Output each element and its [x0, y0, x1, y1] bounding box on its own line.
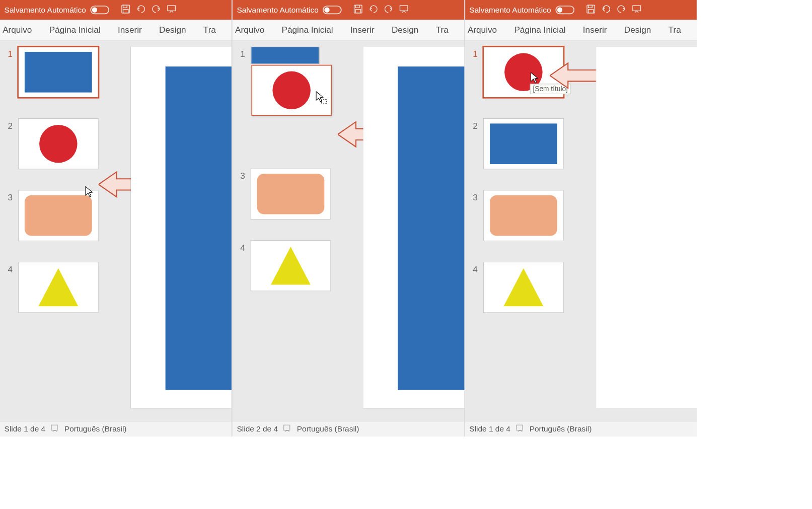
svg-rect-8	[356, 9, 361, 13]
current-slide-canvas[interactable]	[363, 47, 464, 408]
ribbon-tab[interactable]: Página Inicial	[48, 24, 102, 36]
svg-rect-7	[356, 5, 360, 8]
ribbon-tab[interactable]: Inserir	[117, 24, 142, 36]
slide-thumbnail-panel: 1 2 3 4	[0, 41, 111, 421]
slide-editor[interactable]	[111, 41, 232, 421]
current-slide-canvas[interactable]	[131, 47, 232, 408]
slide-number: 3	[240, 169, 245, 181]
title-bar: Salvamento Automático	[0, 0, 232, 20]
present-icon[interactable]	[166, 4, 177, 16]
redo-icon[interactable]	[617, 4, 627, 16]
svg-rect-2	[123, 9, 128, 13]
slide-number: 1	[8, 47, 13, 59]
svg-rect-5	[51, 425, 57, 430]
app-pane-3: Salvamento Automático ArquivoPágina Inic…	[465, 0, 697, 437]
undo-icon[interactable]	[135, 4, 147, 16]
slide-thumbnail[interactable]	[251, 47, 320, 64]
spellcheck-icon[interactable]	[283, 424, 291, 434]
status-bar: Slide 1 de 4 Português (Brasil)	[0, 421, 232, 437]
language-label[interactable]: Português (Brasil)	[530, 424, 592, 433]
svg-rect-1	[123, 5, 127, 8]
autosave-toggle[interactable]	[90, 6, 109, 14]
ribbon-tabs: ArquivoPágina InicialInserirDesignTra	[233, 20, 464, 40]
work-area: 1 2 3 4 [Sem título]	[465, 41, 697, 421]
language-label[interactable]: Português (Brasil)	[64, 424, 127, 433]
slide-thumbnail[interactable]	[18, 118, 99, 169]
ribbon-tabs: ArquivoPágina InicialInserirDesignTra	[465, 20, 697, 40]
work-area: 1 2 3 4	[0, 41, 232, 421]
ribbon-tabs: ArquivoPágina InicialInserirDesignTra	[0, 20, 232, 40]
blue-rectangle-shape[interactable]	[166, 66, 232, 390]
save-icon[interactable]	[353, 4, 363, 16]
svg-rect-3	[168, 6, 175, 11]
present-icon[interactable]	[631, 4, 642, 16]
slide-number: 4	[473, 262, 478, 274]
language-label[interactable]: Português (Brasil)	[297, 424, 359, 433]
ribbon-tab[interactable]: Página Inicial	[513, 24, 567, 36]
slide-thumbnail-panel: 1 2 3 4 [Sem título]	[465, 41, 576, 421]
ribbon-tab[interactable]: Design	[623, 24, 652, 36]
ribbon-tab[interactable]: Design	[158, 24, 187, 36]
slide-thumbnail[interactable]	[483, 47, 564, 98]
slide-thumbnail[interactable]	[483, 190, 564, 241]
slide-thumbnail[interactable]	[251, 169, 331, 220]
ribbon-tab[interactable]: Tra	[668, 24, 682, 36]
blue-rectangle-shape[interactable]	[398, 66, 464, 390]
slide-counter: Slide 1 de 4	[5, 424, 46, 433]
title-bar: Salvamento Automático	[233, 0, 464, 20]
slide-editor[interactable]	[576, 41, 697, 421]
save-icon[interactable]	[120, 4, 131, 16]
app-pane-2: Salvamento Automático ArquivoPágina Inic…	[233, 0, 465, 437]
redo-icon[interactable]	[384, 4, 395, 16]
undo-icon[interactable]	[368, 4, 380, 16]
slide-number: 4	[240, 240, 245, 253]
slide-counter: Slide 1 de 4	[469, 424, 510, 433]
ribbon-tab[interactable]: Arquivo	[234, 24, 265, 36]
slide-thumbnail[interactable]	[18, 47, 99, 98]
save-icon[interactable]	[585, 4, 596, 16]
slide-number: 3	[473, 190, 478, 203]
svg-rect-18	[516, 425, 523, 430]
redo-icon[interactable]	[152, 4, 162, 16]
title-bar: Salvamento Automático	[465, 0, 697, 20]
status-bar: Slide 2 de 4 Português (Brasil)	[233, 421, 464, 437]
ribbon-tab[interactable]: Design	[391, 24, 419, 36]
current-slide-canvas[interactable]	[596, 47, 697, 408]
slide-thumbnail[interactable]	[18, 190, 99, 241]
ribbon-tab[interactable]: Inserir	[582, 24, 608, 36]
slide-number: 1	[473, 47, 478, 59]
status-bar: Slide 1 de 4 Português (Brasil)	[465, 421, 697, 437]
svg-rect-16	[633, 6, 640, 11]
dragging-slide-ghost[interactable]	[252, 65, 332, 116]
ribbon-tab[interactable]: Página Inicial	[281, 24, 334, 36]
svg-rect-12	[284, 425, 290, 430]
slide-number: 2	[473, 118, 478, 131]
slide-number: 3	[8, 190, 13, 203]
svg-rect-14	[588, 5, 592, 8]
svg-rect-15	[588, 9, 593, 13]
slide-number: 1	[240, 47, 245, 59]
work-area: 1 3 4	[233, 41, 464, 421]
ribbon-tab[interactable]: Tra	[435, 24, 450, 36]
autosave-label: Salvamento Automático	[237, 6, 318, 15]
ribbon-tab[interactable]: Arquivo	[2, 24, 33, 36]
slide-editor[interactable]	[344, 41, 464, 421]
spellcheck-icon[interactable]	[515, 424, 524, 434]
slide-number: 4	[8, 262, 13, 274]
autosave-label: Salvamento Automático	[469, 6, 551, 15]
slide-thumbnail[interactable]	[18, 262, 99, 313]
slide-thumbnail[interactable]	[251, 240, 331, 291]
ribbon-tab[interactable]: Tra	[202, 24, 217, 36]
ribbon-tab[interactable]: Arquivo	[467, 24, 498, 36]
ribbon-tab[interactable]: Inserir	[349, 24, 375, 36]
app-pane-1: Salvamento Automático ArquivoPágina Inic…	[0, 0, 233, 437]
autosave-toggle[interactable]	[323, 6, 342, 14]
slide-number: 2	[8, 118, 13, 131]
slide-thumbnail[interactable]	[483, 118, 564, 169]
present-icon[interactable]	[399, 4, 409, 16]
slide-thumbnail[interactable]	[483, 262, 564, 313]
autosave-toggle[interactable]	[555, 6, 574, 14]
slide-thumbnail-panel: 1 3 4	[233, 41, 344, 421]
spellcheck-icon[interactable]	[50, 424, 59, 434]
undo-icon[interactable]	[600, 4, 612, 16]
